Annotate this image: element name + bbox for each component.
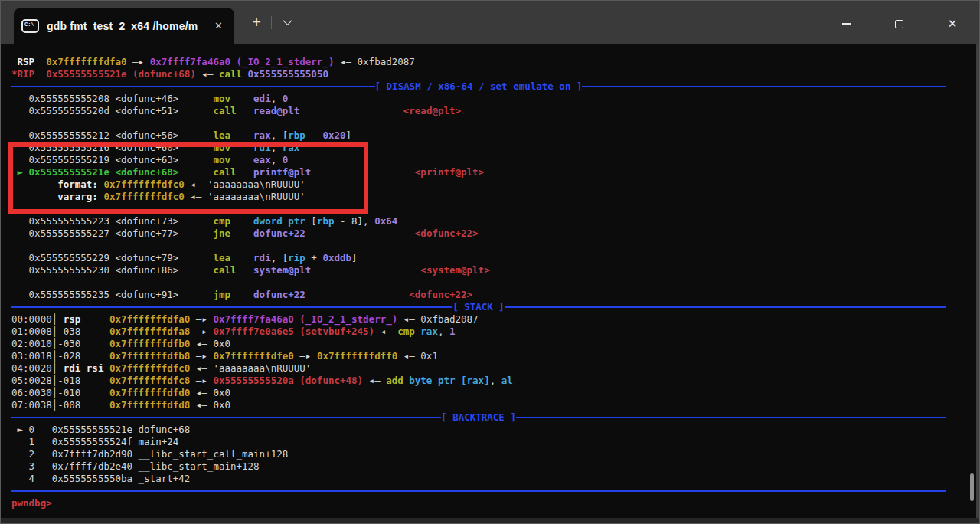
context-bottom-rule — [11, 485, 946, 497]
window-bottom-frame — [1, 518, 979, 523]
disasm-line-current: ► 0x55555555521e <dofunc+68> call printf… — [11, 166, 946, 178]
stack-line: 04:0020│ rdi rsi 0x7fffffffdfc0 ◂— 'aaaa… — [11, 362, 946, 375]
stack-line: 05:0028│-018 0x7fffffffdfc8 —▸ 0x5555555… — [11, 375, 946, 387]
printf-arg-format: format: 0x7fffffffdfc0 ◂— 'aaaaaaaa\nRUU… — [11, 178, 946, 191]
scrollbar-thumb[interactable] — [970, 473, 974, 501]
stack-line: 07:0038│-008 0x7fffffffdfd8 ◂— 0x0 — [11, 399, 946, 411]
backtrace-line: 1 0x55555555524f main+24 — [11, 436, 946, 448]
disasm-line: 0x555555555219 <dofunc+63> mov eax, 0 — [11, 154, 946, 166]
disasm-line: 0x555555555229 <dofunc+79> lea rdi, [rip… — [11, 252, 946, 264]
backtrace-line: 2 0x7ffff7db2d90 __libc_start_call_main+… — [11, 448, 946, 460]
stack-line: 01:0008│-038 0x7fffffffdfa8 —▸ 0x7ffff7e… — [11, 326, 946, 338]
stack-section-header: [ STACK ] — [11, 301, 946, 313]
prompt-line[interactable]: pwndbg> — [11, 497, 946, 509]
disasm-section-header: [ DISASM / x86-64 / set emulate on ] — [11, 80, 946, 93]
disasm-line: 0x555555555235 <dofunc+91> jmp dofunc+22… — [11, 289, 946, 301]
disasm-line: 0x555555555212 <dofunc+56> lea rax, [rbp… — [11, 129, 946, 142]
disasm-line: 0x555555555216 <dofunc+60> mov rdi, rax — [11, 142, 946, 154]
close-icon: ✕ — [948, 17, 958, 31]
terminal-window: C:\ gdb fmt_test_2_x64 /home/m ✕ + ✕ RSP… — [0, 0, 980, 524]
tab-title: gdb fmt_test_2_x64 /home/m — [47, 20, 211, 32]
stack-line: 03:0018│-028 0x7fffffffdfb8 —▸ 0x7ffffff… — [11, 350, 946, 362]
terminal-screen[interactable]: RSP 0x7fffffffdfa0 —▸ 0x7ffff7fa46a0 (_I… — [1, 44, 979, 519]
chevron-down-icon — [283, 15, 292, 25]
titlebar: C:\ gdb fmt_test_2_x64 /home/m ✕ + ✕ — [1, 1, 979, 44]
maximize-icon — [895, 20, 903, 28]
minimize-button[interactable] — [830, 10, 864, 38]
new-tab-button[interactable]: + — [246, 11, 267, 33]
titlebar-divider — [271, 16, 272, 29]
window-right-frame — [976, 44, 979, 523]
backtrace-line: 4 0x5555555550ba _start+42 — [11, 473, 946, 485]
maximize-button[interactable] — [882, 10, 916, 38]
disasm-line: 0x555555555223 <dofunc+73> cmp dword ptr… — [11, 215, 946, 228]
stack-line: 02:0010│-030 0x7fffffffdfb0 ◂— 0x0 — [11, 338, 946, 350]
backtrace-line: ► 0 0x55555555521e dofunc+68 — [11, 424, 946, 436]
backtrace-section-header: [ BACKTRACE ] — [11, 411, 946, 424]
stack-line: 00:0000│ rsp 0x7fffffffdfa0 —▸ 0x7ffff7f… — [11, 313, 946, 326]
terminal-tab[interactable]: C:\ gdb fmt_test_2_x64 /home/m ✕ — [14, 8, 234, 44]
tab-dropdown-button[interactable] — [278, 13, 296, 31]
blank-line — [11, 203, 946, 215]
blank-line — [11, 117, 946, 129]
tab-close-icon[interactable]: ✕ — [211, 18, 227, 33]
disasm-line: 0x555555555227 <dofunc+77> jne dofunc+22… — [11, 228, 946, 240]
terminal-output: RSP 0x7fffffffdfa0 —▸ 0x7ffff7fa46a0 (_I… — [11, 56, 946, 509]
register-line-rsp: RSP 0x7fffffffdfa0 —▸ 0x7ffff7fa46a0 (_I… — [11, 56, 946, 68]
close-button[interactable]: ✕ — [936, 10, 969, 38]
disasm-line: 0x555555555208 <dofunc+46> mov edi, 0 — [11, 93, 946, 105]
disasm-line: 0x555555555230 <dofunc+86> call system@p… — [11, 264, 946, 277]
command-prompt-icon: C:\ — [21, 19, 39, 33]
backtrace-line: 3 0x7ffff7db2e40 __libc_start_main+128 — [11, 460, 946, 473]
blank-line — [11, 240, 946, 252]
stack-line: 06:0030│-010 0x7fffffffdfd0 ◂— 0x0 — [11, 387, 946, 399]
disasm-line: 0x55555555520d <dofunc+51> call read@plt… — [11, 105, 946, 117]
register-line-rip: *RIP 0x55555555521e (dofunc+68) ◂— call … — [11, 68, 946, 80]
blank-line — [11, 277, 946, 289]
printf-arg-vararg: vararg: 0x7fffffffdfc0 ◂— 'aaaaaaaa\nRUU… — [11, 191, 946, 203]
minimize-icon — [842, 23, 851, 25]
